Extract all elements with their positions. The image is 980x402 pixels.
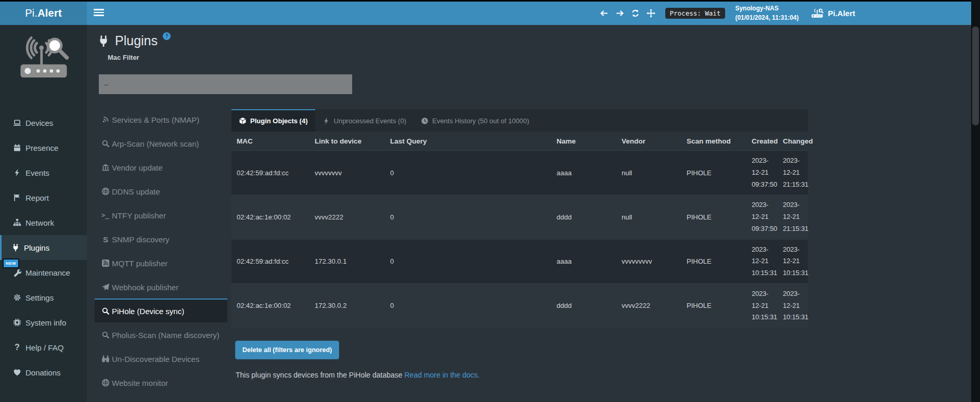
chip-icon <box>13 318 21 327</box>
new-feature-badge: NEW <box>3 258 19 268</box>
plugin-nav-item-pihole[interactable]: PiHole (Device sync) <box>95 299 227 322</box>
bolt-icon <box>13 168 21 177</box>
host-info: Synology-NAS (01/01/2024, 11:31:04) <box>735 4 798 22</box>
mac-filter-label: Mac Filter <box>108 54 139 61</box>
binoculars-icon <box>101 355 110 363</box>
search-icon <box>101 139 110 148</box>
column-header-link[interactable]: Link to device <box>310 132 385 151</box>
delete-all-button[interactable]: Delete all (filters are ignored) <box>235 341 339 359</box>
plugin-nav-item-website-monitor[interactable]: Website monitor <box>95 370 227 394</box>
sidebar-item-events[interactable]: Events <box>0 160 87 185</box>
created-cell: 2023-12-2109:37:50 <box>746 195 778 239</box>
scrollbar-thumb[interactable] <box>972 27 979 125</box>
help-badge[interactable]: ? <box>163 32 171 40</box>
sidebar-toggle-icon[interactable] <box>94 9 104 17</box>
tab-bar: Plugin Objects (4) Unprocessed Events (0… <box>231 109 808 132</box>
sidebar-item-help-faq[interactable]: ? Help / FAQ <box>0 335 87 360</box>
changed-cell: 2023-12-2121:15:31 <box>778 195 808 239</box>
host-timestamp: (01/01/2024, 11:31:04) <box>735 14 798 22</box>
sidebar-item-devices[interactable]: Devices <box>0 110 87 135</box>
device-link[interactable]: vvvvvvvv <box>310 151 385 195</box>
column-header-mac[interactable]: MAC <box>231 132 310 151</box>
last-query-cell: 0 <box>385 283 551 328</box>
column-header-scan-method[interactable]: Scan method <box>681 132 746 151</box>
s-icon: S <box>101 235 110 244</box>
brand: Pi.Alert <box>810 8 855 18</box>
plugin-nav-item-ddns[interactable]: DDNS update <box>95 179 227 203</box>
last-query-cell: 0 <box>385 195 551 239</box>
sidebar-item-system-info[interactable]: System info <box>0 310 87 335</box>
plugin-nav-item-ntfy[interactable]: >_ NTFY publisher <box>95 203 227 227</box>
sidebar-item-settings[interactable]: Settings <box>0 285 87 310</box>
plug-icon <box>11 243 20 252</box>
created-cell: 2023-12-2110:15:31 <box>746 283 778 328</box>
mac-link[interactable]: 02:42:ac:1e:00:02 <box>231 195 310 239</box>
app-logo[interactable]: Pi.Alert <box>0 2 87 25</box>
column-header-last-query[interactable]: Last Query <box>385 132 551 151</box>
device-link[interactable]: 172.30.0.2 <box>310 283 385 328</box>
column-header-changed[interactable]: Changed <box>778 132 808 151</box>
sidebar-item-network[interactable]: Network <box>0 210 87 235</box>
brand-label: Pi.Alert <box>828 9 855 18</box>
column-header-vendor[interactable]: Vendor <box>616 132 681 151</box>
tab-plugin-objects[interactable]: Plugin Objects (4) <box>231 109 315 132</box>
created-cell: 2023-12-2110:15:31 <box>746 239 778 283</box>
plugin-nav-item-undiscoverable[interactable]: Un-Discoverable Devices <box>95 346 227 370</box>
search-icon <box>101 331 110 339</box>
sidebar-item-report[interactable]: Report <box>0 185 87 210</box>
plugin-objects-table: MAC Link to device Last Query Name Vendo… <box>231 132 808 328</box>
read-more-link[interactable]: Read more in the docs. <box>405 371 480 379</box>
sidebar-menu: Devices Presence Events Report Network P… <box>0 110 87 385</box>
sidebar-item-donations[interactable]: Donations <box>0 360 87 385</box>
page-title-text: Plugins <box>115 31 158 50</box>
plugin-nav-item-arpscan[interactable]: Arp-Scan (Network scan) <box>95 131 227 155</box>
plugin-nav-item-pholus[interactable]: Pholus-Scan (Name discovery) <box>95 322 227 346</box>
sidebar-item-presence[interactable]: Presence <box>0 135 87 160</box>
changed-cell: 2023-12-2110:15:31 <box>778 283 808 328</box>
app-logo-text: Pi.Alert <box>25 7 62 19</box>
vendor-cell: vvvvvvvvv <box>616 239 681 283</box>
plugin-description: This plugin syncs devices from the PiHol… <box>236 371 808 379</box>
globe-icon <box>101 379 110 387</box>
scan-method-cell: PIHOLE <box>681 283 746 328</box>
rss-icon <box>101 259 110 267</box>
name-cell: dddd <box>551 283 616 328</box>
process-status-badge: Process: Wait <box>665 8 726 19</box>
scan-method-cell: PIHOLE <box>681 151 746 195</box>
mac-filter-input[interactable] <box>99 74 352 94</box>
page-scrollbar[interactable] <box>971 0 980 402</box>
vendor-cell: null <box>616 195 681 239</box>
column-header-created[interactable]: Created <box>746 132 778 151</box>
last-query-cell: 0 <box>385 151 551 195</box>
mac-link[interactable]: 02:42:ac:1e:00:02 <box>231 283 310 328</box>
tab-unprocessed-events[interactable]: Unprocessed Events (0) <box>315 109 414 132</box>
clock-icon <box>421 117 429 125</box>
scan-method-cell: PIHOLE <box>681 195 746 239</box>
fullscreen-move-icon[interactable] <box>647 9 655 18</box>
device-link[interactable]: 172.30.0.1 <box>310 239 385 283</box>
gear-icon <box>13 293 21 302</box>
laptop-icon <box>13 119 21 127</box>
vendor-cell: vvvv2222 <box>616 283 681 328</box>
sidebar-item-plugins[interactable]: Plugins <box>0 235 87 260</box>
plugin-nav-item-webhook[interactable]: Webhook publisher <box>95 275 227 299</box>
column-header-name[interactable]: Name <box>551 132 616 151</box>
plugin-nav-item-vendor-update[interactable]: Vendor update <box>95 155 227 179</box>
nav-back-icon[interactable] <box>600 9 609 18</box>
terminal-icon: >_ <box>101 212 110 219</box>
plugin-nav-item-mqtt[interactable]: MQTT publisher <box>95 251 227 275</box>
name-cell: aaaa <box>551 239 616 283</box>
refresh-icon[interactable] <box>631 9 640 18</box>
wrench-icon <box>13 268 21 277</box>
plugin-nav-item-nmap[interactable]: Services & Ports (NMAP) <box>95 107 227 131</box>
tab-events-history[interactable]: Events History (50 out of 10000) <box>414 109 536 132</box>
plug-icon <box>97 35 110 47</box>
plugin-nav-item-snmp[interactable]: S SNMP discovery <box>95 227 227 251</box>
plugin-nav: Services & Ports (NMAP) Arp-Scan (Networ… <box>95 107 227 394</box>
mac-link[interactable]: 02:42:59:ad:fd:cc <box>231 151 310 195</box>
device-link[interactable]: vvvv2222 <box>310 195 385 239</box>
nav-forward-icon[interactable] <box>615 9 624 18</box>
heart-icon <box>13 368 21 377</box>
mac-link[interactable]: 02:42:59:ad:fd:cc <box>231 239 310 283</box>
search-icon <box>101 307 110 315</box>
